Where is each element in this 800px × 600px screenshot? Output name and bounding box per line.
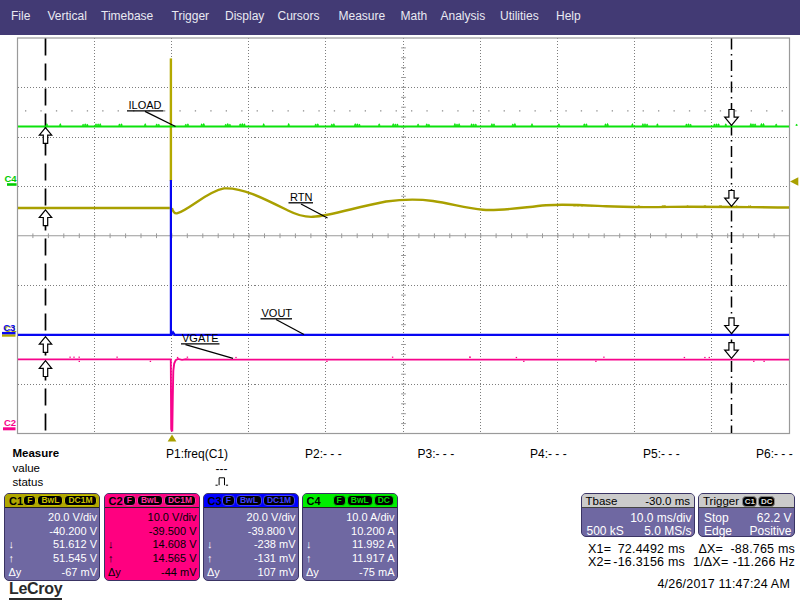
svg-text:VGATE: VGATE	[182, 332, 218, 344]
svg-text:ILOAD: ILOAD	[129, 99, 162, 111]
svg-text:RTN: RTN	[290, 191, 312, 203]
svg-text:VOUT: VOUT	[262, 307, 293, 319]
svg-text:C3: C3	[3, 322, 15, 333]
svg-text:C4: C4	[5, 173, 18, 184]
svg-text:C2: C2	[4, 417, 16, 428]
